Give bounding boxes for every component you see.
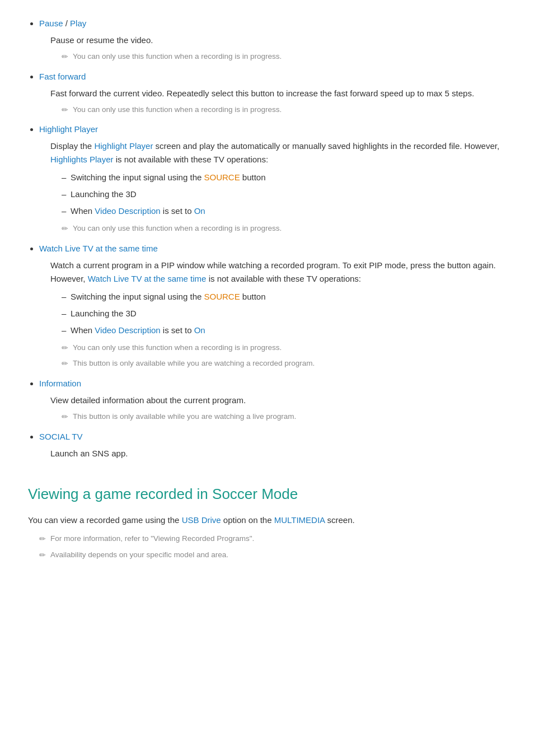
- pencil-icon: ✏: [62, 411, 68, 423]
- fast-forward-link[interactable]: Fast forward: [39, 72, 86, 81]
- section-title: Viewing a game recorded in Soccer Mode: [28, 483, 506, 506]
- on-link-1[interactable]: On: [194, 206, 205, 216]
- pencil-icon: ✏: [62, 51, 68, 63]
- sub-list: Switching the input signal using the SOU…: [50, 290, 506, 337]
- pause-link[interactable]: Pause: [39, 18, 63, 28]
- item-body: Launch an SNS app.: [39, 447, 506, 460]
- list-item-fast-forward: Fast forward Fast forward the current vi…: [39, 70, 506, 116]
- watch-live-tv-link1[interactable]: Watch Live TV at the same time: [88, 274, 207, 283]
- note-text: You can only use this function when a re…: [73, 50, 282, 63]
- list-item-information: Information View detailed information ab…: [39, 377, 506, 423]
- on-link-2[interactable]: On: [194, 325, 205, 335]
- note-row-2: ✏ This button is only available while yo…: [62, 357, 506, 370]
- note-row: ✏ You can only use this function when a …: [62, 104, 506, 116]
- section-intro: You can view a recorded game using the U…: [28, 514, 506, 527]
- list-item-social-tv: SOCIAL TV Launch an SNS app.: [39, 430, 506, 460]
- item-body: Fast forward the current video. Repeated…: [39, 87, 506, 116]
- section-note-text-2: Availability depends on your specific mo…: [50, 549, 228, 561]
- item-body: Pause or resume the video. ✏ You can onl…: [39, 34, 506, 63]
- list-item-highlight-player: Highlight Player Display the Highlight P…: [39, 123, 506, 235]
- note-row: ✏ You can only use this function when a …: [62, 342, 506, 354]
- body-text: Fast forward the current video. Repeated…: [50, 87, 506, 100]
- item-title: Information: [39, 379, 81, 388]
- source-link-1[interactable]: SOURCE: [204, 172, 240, 182]
- item-body: View detailed information about the curr…: [39, 394, 506, 423]
- watch-live-tv-title-link[interactable]: Watch Live TV at the same time: [39, 244, 158, 253]
- item-title: Fast forward: [39, 72, 86, 81]
- highlight-player-title-link[interactable]: Highlight Player: [39, 124, 98, 134]
- information-link[interactable]: Information: [39, 379, 81, 388]
- item-title: SOCIAL TV: [39, 432, 83, 441]
- body-text: Launch an SNS app.: [50, 447, 506, 460]
- sub-list-item: Switching the input signal using the SOU…: [62, 290, 506, 304]
- pencil-icon: ✏: [62, 342, 68, 354]
- item-title: Pause / Play: [39, 18, 86, 28]
- pencil-icon: ✏: [39, 533, 46, 545]
- note-row: ✏ You can only use this function when a …: [62, 50, 506, 63]
- note-text: You can only use this function when a re…: [73, 342, 282, 354]
- section-note-row-2: ✏ Availability depends on your specific …: [39, 549, 506, 562]
- pencil-icon: ✏: [62, 104, 68, 116]
- social-tv-link[interactable]: SOCIAL TV: [39, 432, 83, 441]
- sub-list-item: When Video Description is set to On: [62, 324, 506, 337]
- source-link-2[interactable]: SOURCE: [204, 292, 240, 301]
- sub-list-item: When Video Description is set to On: [62, 204, 506, 218]
- title-sep: /: [65, 18, 70, 28]
- note-text-2: This button is only available while you …: [73, 357, 315, 370]
- video-desc-link-1[interactable]: Video Description: [95, 206, 160, 216]
- list-item-pause-play: Pause / Play Pause or resume the video. …: [39, 17, 506, 63]
- item-title: Watch Live TV at the same time: [39, 244, 158, 253]
- section-note-row-1: ✏ For more information, refer to "Viewin…: [39, 533, 506, 545]
- video-desc-link-2[interactable]: Video Description: [95, 325, 160, 335]
- pencil-icon: ✏: [39, 549, 46, 562]
- pencil-icon: ✏: [62, 223, 68, 235]
- highlight-player-link1[interactable]: Highlight Player: [94, 141, 153, 151]
- multimedia-link[interactable]: MULTIMEDIA: [274, 515, 325, 525]
- section-divider: Viewing a game recorded in Soccer Mode Y…: [28, 483, 506, 562]
- body-text: Pause or resume the video.: [50, 34, 506, 47]
- item-body: Display the Highlight Player screen and …: [39, 139, 506, 235]
- body-text: View detailed information about the curr…: [50, 394, 506, 407]
- list-item-watch-live-tv: Watch Live TV at the same time Watch a c…: [39, 242, 506, 370]
- body-text: Display the Highlight Player screen and …: [50, 139, 506, 166]
- sub-list-item: Launching the 3D: [62, 188, 506, 201]
- play-link[interactable]: Play: [70, 18, 86, 28]
- pencil-icon: ✏: [62, 358, 68, 370]
- sub-list-item: Switching the input signal using the SOU…: [62, 171, 506, 184]
- note-text: You can only use this function when a re…: [73, 104, 282, 116]
- sub-list: Switching the input signal using the SOU…: [50, 171, 506, 218]
- note-text: This button is only available while you …: [73, 410, 296, 423]
- section-note-text-1: For more information, refer to "Viewing …: [50, 533, 254, 545]
- main-list: Pause / Play Pause or resume the video. …: [28, 17, 506, 460]
- highlight-player-link2[interactable]: Highlights Player: [50, 155, 114, 164]
- body-text: Watch a current program in a PIP window …: [50, 259, 506, 286]
- usb-drive-link[interactable]: USB Drive: [182, 515, 221, 525]
- item-title: Highlight Player: [39, 124, 98, 134]
- note-text: You can only use this function when a re…: [73, 222, 282, 235]
- item-body: Watch a current program in a PIP window …: [39, 259, 506, 370]
- sub-list-item: Launching the 3D: [62, 307, 506, 320]
- note-row: ✏ This button is only available while yo…: [62, 410, 506, 423]
- note-row: ✏ You can only use this function when a …: [62, 222, 506, 235]
